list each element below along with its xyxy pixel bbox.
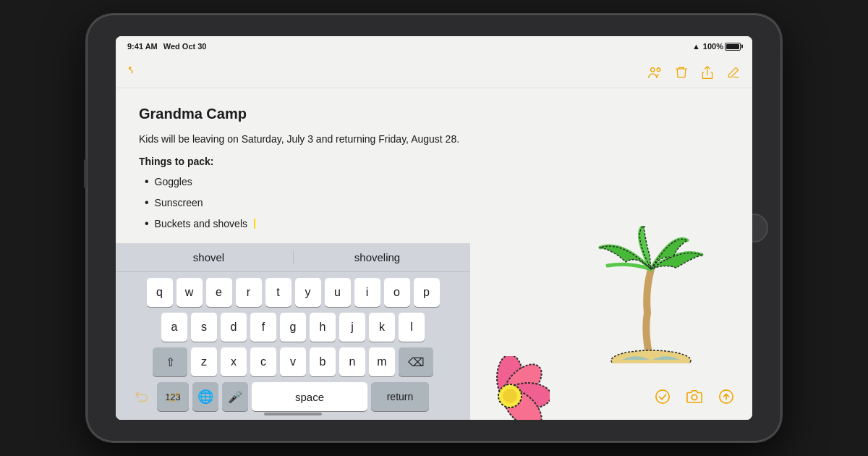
key-i[interactable]: i bbox=[354, 278, 380, 307]
toolbar-right bbox=[647, 64, 741, 80]
list-item: Goggles bbox=[145, 172, 729, 193]
key-e[interactable]: e bbox=[206, 278, 232, 307]
ipad-device: 9:41 AM Wed Oct 30 ▲ 100% bbox=[87, 14, 781, 442]
autocomplete-suggestion-1[interactable]: shovel bbox=[124, 245, 293, 269]
keyboard-row-1: q w e r t y u i o p bbox=[119, 278, 467, 307]
checkmark-icon[interactable] bbox=[651, 385, 674, 408]
key-p[interactable]: p bbox=[414, 278, 440, 307]
things-header: Things to pack: bbox=[139, 156, 729, 167]
key-c[interactable]: c bbox=[250, 347, 276, 376]
status-bar: 9:41 AM Wed Oct 30 ▲ 100% bbox=[116, 36, 752, 56]
lasso-icon[interactable] bbox=[127, 65, 142, 80]
key-h[interactable]: h bbox=[310, 313, 336, 342]
svg-point-0 bbox=[651, 67, 655, 72]
palm-tree-sticker bbox=[593, 226, 709, 366]
svg-point-13 bbox=[611, 350, 691, 363]
key-j[interactable]: j bbox=[339, 313, 365, 342]
key-a[interactable]: a bbox=[161, 313, 187, 342]
text-cursor bbox=[254, 219, 255, 229]
key-k[interactable]: k bbox=[369, 313, 395, 342]
toolbar-left bbox=[127, 65, 142, 80]
key-n[interactable]: n bbox=[339, 347, 365, 376]
ipad-screen: 9:41 AM Wed Oct 30 ▲ 100% bbox=[116, 36, 752, 420]
note-title: Grandma Camp bbox=[139, 106, 729, 122]
battery-container: 100% bbox=[703, 42, 741, 51]
key-b[interactable]: b bbox=[310, 347, 336, 376]
time: 9:41 AM bbox=[127, 42, 158, 51]
arrow-up-icon[interactable] bbox=[715, 385, 738, 408]
content-area: Grandma Camp Kids will be leaving on Sat… bbox=[116, 88, 752, 420]
autocomplete-bar: shovel shoveling bbox=[116, 243, 470, 272]
key-s[interactable]: s bbox=[191, 313, 217, 342]
svg-point-20 bbox=[656, 390, 669, 403]
key-y[interactable]: y bbox=[295, 278, 321, 307]
key-z[interactable]: z bbox=[191, 347, 217, 376]
delete-icon[interactable] bbox=[674, 64, 689, 80]
collaboration-icon[interactable] bbox=[647, 64, 663, 80]
key-q[interactable]: q bbox=[147, 278, 173, 307]
key-r[interactable]: r bbox=[236, 278, 262, 307]
backspace-key[interactable]: ⌫ bbox=[399, 347, 433, 376]
battery-fill bbox=[726, 44, 739, 49]
home-indicator bbox=[264, 413, 322, 415]
autocomplete-suggestion-2[interactable]: shoveling bbox=[293, 245, 461, 269]
note-body: Kids will be leaving on Saturday, July 3… bbox=[139, 131, 729, 147]
volume-button[interactable] bbox=[84, 159, 87, 188]
status-right: ▲ 100% bbox=[692, 42, 741, 51]
key-l[interactable]: l bbox=[399, 313, 425, 342]
svg-point-1 bbox=[657, 68, 660, 72]
share-icon[interactable] bbox=[700, 64, 715, 80]
wifi-icon: ▲ bbox=[692, 42, 700, 51]
notes-toolbar bbox=[116, 56, 752, 88]
status-left: 9:41 AM Wed Oct 30 bbox=[127, 42, 207, 51]
key-d[interactable]: d bbox=[221, 313, 247, 342]
bullet-list: Goggles Sunscreen Buckets and shovels bbox=[139, 172, 729, 234]
date: Wed Oct 30 bbox=[163, 42, 207, 51]
key-x[interactable]: x bbox=[221, 347, 247, 376]
keyboard-row-3: ⇧ z x c v b n m ⌫ bbox=[119, 347, 467, 376]
camera-icon[interactable] bbox=[683, 385, 706, 408]
key-v[interactable]: v bbox=[280, 347, 306, 376]
keyboard-row-2: a s d f g h j k l bbox=[119, 313, 467, 342]
undo-icon[interactable] bbox=[130, 385, 153, 408]
list-item: Sunscreen bbox=[145, 193, 729, 214]
key-u[interactable]: u bbox=[325, 278, 351, 307]
redo-icon[interactable] bbox=[162, 385, 185, 408]
key-t[interactable]: t bbox=[265, 278, 292, 307]
bottom-toolbar bbox=[130, 385, 738, 408]
key-m[interactable]: m bbox=[369, 347, 395, 376]
svg-point-21 bbox=[692, 394, 697, 400]
compose-icon[interactable] bbox=[726, 65, 741, 80]
battery-icon bbox=[725, 43, 741, 51]
bottom-right-icons bbox=[651, 385, 738, 408]
bottom-left-icons bbox=[130, 385, 185, 408]
battery-percent: 100% bbox=[703, 42, 723, 51]
shift-key[interactable]: ⇧ bbox=[153, 347, 187, 376]
key-g[interactable]: g bbox=[280, 313, 306, 342]
key-o[interactable]: o bbox=[384, 278, 410, 307]
key-f[interactable]: f bbox=[250, 313, 276, 342]
key-w[interactable]: w bbox=[176, 278, 203, 307]
